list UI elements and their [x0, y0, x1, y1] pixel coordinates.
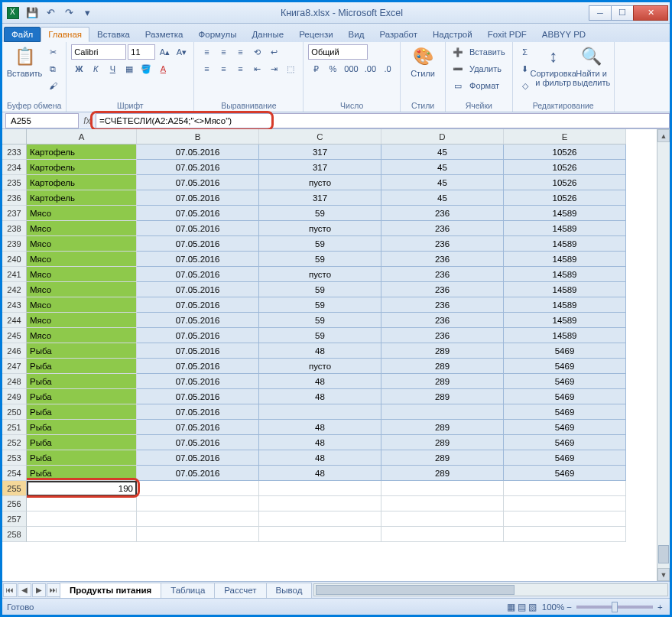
cell[interactable]	[259, 527, 381, 542]
cell[interactable]: 07.05.2016	[137, 450, 259, 466]
cell[interactable]: 5469	[504, 359, 626, 374]
cell[interactable]: 59	[259, 328, 381, 343]
cell[interactable]: 289	[381, 466, 504, 481]
cell[interactable]: 07.05.2016	[137, 313, 259, 328]
cell[interactable]: 5469	[504, 374, 626, 389]
cell[interactable]: Мясо	[27, 206, 137, 221]
tab-layout[interactable]: Разметка	[138, 27, 191, 42]
row-header[interactable]: 237	[2, 206, 27, 221]
cell[interactable]: 48	[259, 420, 381, 435]
sheet-tab[interactable]: Рассчет	[214, 583, 266, 598]
cell[interactable]: 07.05.2016	[137, 236, 259, 252]
cell[interactable]: 5469	[504, 466, 626, 481]
cell[interactable]: 317	[259, 145, 381, 160]
cell[interactable]: 10526	[504, 175, 626, 190]
close-button[interactable]: ✕	[633, 5, 668, 21]
cell[interactable]: Мясо	[27, 328, 137, 343]
delete-cells-button[interactable]: Удалить	[467, 61, 504, 76]
formula-input[interactable]: =СЧЁТЕСЛИ(A2:A254;"<>Мясо")	[96, 113, 670, 128]
col-header-A[interactable]: A	[27, 129, 137, 145]
cell[interactable]: 190	[27, 481, 137, 496]
cell[interactable]: 45	[381, 160, 504, 175]
tab-abbyy[interactable]: ABBYY PD	[534, 27, 593, 42]
cell[interactable]: 289	[381, 374, 504, 389]
row-header[interactable]: 235	[2, 175, 27, 190]
cell[interactable]: 59	[259, 206, 381, 221]
row-header[interactable]: 257	[2, 511, 27, 527]
orientation-icon[interactable]: ⟲	[249, 44, 265, 60]
cell[interactable]: 10526	[504, 160, 626, 175]
row-header[interactable]: 255	[2, 481, 27, 496]
vertical-scrollbar[interactable]: ▲ ▼	[657, 129, 670, 581]
styles-button[interactable]: 🎨 Стили	[405, 44, 440, 78]
cell[interactable]	[27, 527, 137, 542]
qat-more-icon[interactable]: ▾	[80, 6, 94, 20]
row-header[interactable]: 239	[2, 236, 27, 252]
cell[interactable]: Рыба	[27, 404, 137, 420]
dec-decimal-icon[interactable]: .0	[380, 61, 395, 76]
cell[interactable]: 07.05.2016	[137, 252, 259, 267]
cell[interactable]: 07.05.2016	[137, 389, 259, 404]
col-header-E[interactable]: E	[504, 129, 626, 145]
cell[interactable]: пусто	[259, 359, 381, 374]
tab-review[interactable]: Рецензи	[291, 27, 340, 42]
cell[interactable]: Рыба	[27, 389, 137, 404]
cell[interactable]: 07.05.2016	[137, 267, 259, 282]
cell[interactable]: 07.05.2016	[137, 359, 259, 374]
sheet-tab[interactable]: Продукты питания	[60, 583, 161, 598]
cell[interactable]: 07.05.2016	[137, 175, 259, 190]
autosum-icon[interactable]: Σ	[518, 44, 533, 60]
cell[interactable]: 59	[259, 252, 381, 267]
cell[interactable]: Рыба	[27, 435, 137, 450]
merge-icon[interactable]: ⬚	[283, 61, 298, 76]
sheet-nav-next[interactable]: ▶	[32, 583, 46, 597]
format-painter-icon[interactable]: 🖌	[45, 78, 60, 93]
cell[interactable]: 317	[259, 190, 381, 206]
cell[interactable]: 14589	[504, 206, 626, 221]
row-header[interactable]: 234	[2, 160, 27, 175]
zoom-thumb[interactable]	[612, 602, 618, 612]
zoom-in-icon[interactable]: +	[657, 602, 665, 612]
cell[interactable]: 14589	[504, 221, 626, 236]
cell[interactable]: Картофель	[27, 160, 137, 175]
cell[interactable]: Мясо	[27, 297, 137, 313]
row-header[interactable]: 243	[2, 297, 27, 313]
cell[interactable]	[381, 511, 504, 527]
cell[interactable]	[504, 481, 626, 496]
cell[interactable]	[259, 496, 381, 511]
cell[interactable]	[137, 496, 259, 511]
cell[interactable]: 07.05.2016	[137, 466, 259, 481]
cell[interactable]	[259, 511, 381, 527]
cell[interactable]: 07.05.2016	[137, 282, 259, 297]
cell[interactable]: 317	[259, 160, 381, 175]
border-icon[interactable]: ▦	[122, 61, 137, 76]
font-color-icon[interactable]: A	[155, 61, 170, 76]
indent-inc-icon[interactable]: ⇥	[266, 61, 281, 76]
cell[interactable]	[504, 496, 626, 511]
cell[interactable]: 5469	[504, 450, 626, 466]
insert-cells-icon[interactable]: ➕	[450, 44, 466, 60]
tab-add[interactable]: Надстрой	[425, 27, 480, 42]
row-header[interactable]: 233	[2, 145, 27, 160]
font-size-input[interactable]: 11	[128, 44, 155, 60]
zoom-out-icon[interactable]: −	[564, 602, 572, 612]
cell[interactable]: пусто	[259, 175, 381, 190]
cell[interactable]: 236	[381, 206, 504, 221]
row-header[interactable]: 242	[2, 282, 27, 297]
view-break-icon[interactable]: ▧	[528, 602, 537, 612]
cell[interactable]: 07.05.2016	[137, 160, 259, 175]
cell[interactable]: 289	[381, 450, 504, 466]
sheet-nav-last[interactable]: ⏭	[47, 583, 60, 597]
col-header-C[interactable]: C	[259, 129, 381, 145]
cell[interactable]	[381, 404, 504, 420]
paste-button[interactable]: 📋 Вставить	[7, 44, 42, 78]
cell[interactable]: Мясо	[27, 252, 137, 267]
number-format-select[interactable]: Общий	[308, 44, 368, 60]
cell[interactable]	[137, 511, 259, 527]
currency-icon[interactable]: ₽	[308, 61, 323, 76]
underline-icon[interactable]: Ч	[105, 61, 120, 76]
row-header[interactable]: 246	[2, 343, 27, 359]
tab-home[interactable]: Главная	[41, 27, 89, 42]
font-name-input[interactable]: Calibri	[71, 44, 126, 60]
select-all-corner[interactable]	[2, 129, 27, 145]
